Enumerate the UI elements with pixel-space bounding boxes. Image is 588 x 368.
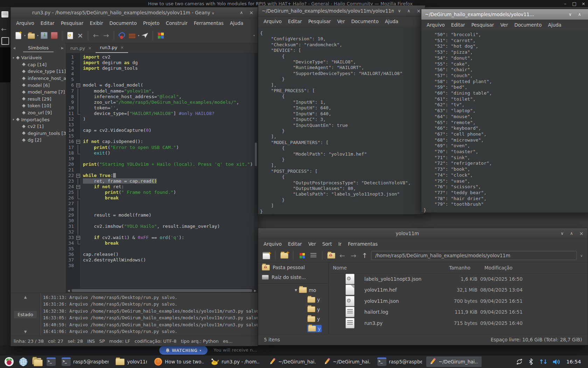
taskbar-window-button[interactable]: ~/DeGirum_hai.. [426, 356, 482, 367]
firefox-maximize-button[interactable]: □ [570, 1, 579, 6]
menu-documento[interactable]: Documento [511, 21, 545, 29]
new-tab-button[interactable] [280, 250, 289, 261]
icon-view-button[interactable] [298, 250, 307, 261]
tree-item-folder[interactable]: y [258, 314, 328, 324]
save-all-button[interactable] [50, 30, 59, 41]
expander-icon[interactable]: ▾ [13, 118, 14, 121]
menu-arquivo[interactable]: Arquivo [260, 17, 285, 26]
maximize-button[interactable]: ∧ [570, 231, 573, 236]
menu-documento[interactable]: Documento [348, 17, 382, 26]
menu-ver[interactable]: Ver [497, 21, 511, 29]
menu-ajuda[interactable]: Ajuda [382, 17, 401, 26]
scroll-left-icon[interactable]: ◀ [66, 289, 71, 292]
tab-close-icon[interactable]: × [88, 46, 91, 50]
symbol-item[interactable]: model_name [7] [11, 89, 66, 96]
tree-item-folder[interactable]: y [258, 305, 328, 314]
symbol-item[interactable]: device_type [11] [11, 68, 66, 75]
shade-button[interactable]: ∨ [561, 231, 564, 236]
file-row-yolov11m.hef[interactable]: yolov11m.hef32,1 MiB08/04/2025 13:04 [329, 285, 588, 296]
applications-menu-button[interactable] [3, 356, 15, 367]
shade-button[interactable]: ∨ [569, 12, 572, 17]
menu-editar[interactable]: Editar [285, 240, 305, 248]
maximize-button[interactable]: ∧ [407, 8, 410, 13]
taskbar-window-button[interactable]: How to use two.. [151, 356, 206, 367]
shade-button[interactable]: ∨ [398, 8, 401, 13]
menu-construir[interactable]: Construir [163, 19, 191, 27]
back-button[interactable]: ← [338, 250, 347, 261]
menu-pesquisar[interactable]: Pesquisar [305, 17, 334, 26]
document-tab-run.py[interactable]: run.py× [66, 43, 96, 53]
file-row-yolov11m.json[interactable]: yolov11m.json700 bytes09/04/2025 16:51 [329, 295, 588, 307]
toolbar-overflow-button[interactable]: ▾ [253, 34, 255, 37]
nav-back-button[interactable]: ← [91, 30, 100, 41]
symbol-item[interactable]: inference_host_ad [11, 75, 66, 82]
menu-documento[interactable]: Documento [106, 19, 140, 27]
close-button[interactable]: × [416, 8, 421, 14]
menu-sort[interactable]: Sort [319, 240, 335, 248]
symbol-item[interactable]: cv2 [1] [11, 123, 66, 130]
menu-ir[interactable]: Ir [335, 240, 345, 248]
taskbar-window-button[interactable]: yolov11m [113, 356, 150, 367]
firefox-close-button[interactable]: × [579, 1, 588, 6]
path-bar[interactable]: /home/rasp5/DeGirum_hailo_examples/model… [371, 251, 577, 260]
file-list-header[interactable]: Nome Tamanho Modificação [329, 263, 588, 273]
symbol-item[interactable]: zoo_url [9] [11, 109, 66, 116]
tree-item-folder[interactable]: y [258, 295, 328, 305]
symbol-item[interactable]: result [29] [11, 96, 66, 103]
menu-editar[interactable]: Editar [285, 17, 305, 26]
menu-ajuda[interactable]: Ajuda [227, 19, 246, 27]
taskbar-window-button[interactable]: run3.py - /hom.. [208, 356, 265, 367]
column-name[interactable]: Nome [329, 265, 441, 271]
menu-projeto[interactable]: Projeto [140, 19, 163, 27]
color-chooser-button[interactable] [156, 30, 165, 41]
json-text-area[interactable]: { "ConfigVersion": 10, "Checksum": "rand… [258, 26, 425, 214]
maximize-button[interactable]: ∧ [578, 12, 581, 17]
list-view-button[interactable] [309, 250, 318, 261]
maximize-button[interactable]: ∧ [240, 10, 243, 15]
menu-pesquisar[interactable]: Pesquisar [58, 19, 87, 27]
compile-button[interactable] [117, 30, 126, 41]
firefox-minimize-button[interactable]: – [561, 1, 570, 6]
path-dropdown-icon[interactable]: ∨ [579, 254, 584, 258]
column-size[interactable]: Tamanho [441, 265, 482, 271]
menu-ferramentas[interactable]: Ferramentas [345, 240, 381, 248]
menu-arquivo[interactable]: Arquivo [13, 19, 37, 27]
fold-toggle-icon[interactable] [76, 236, 80, 240]
new-window-button[interactable] [262, 250, 271, 261]
fold-toggle-icon[interactable] [76, 140, 80, 144]
place-home[interactable]: Pasta pessoal [258, 263, 328, 272]
new-file-dropdown[interactable]: ▾ [24, 34, 26, 37]
symbol-item[interactable]: token [10] [11, 102, 66, 109]
tab-status[interactable]: Estado [14, 311, 36, 318]
tab-scroll-down-icon[interactable]: ▼ [24, 330, 27, 334]
forward-button[interactable]: → [349, 250, 358, 261]
file-row-hailort.log[interactable]: hailort.log111,9 KiB09/04/2025 16:51 [329, 307, 588, 318]
updates-icon[interactable] [516, 359, 523, 365]
menu-arquivo[interactable]: Arquivo [260, 240, 285, 248]
save-button[interactable] [40, 30, 49, 41]
menu-arquivo[interactable]: Arquivo [424, 21, 448, 29]
taskbar-window-button[interactable]: rasp5@raspber.. [59, 356, 111, 367]
column-modified[interactable]: Modificação [482, 265, 512, 271]
open-file-dropdown[interactable]: ▾ [37, 34, 38, 37]
new-file-button[interactable] [14, 30, 23, 41]
fold-toggle-icon[interactable] [76, 174, 80, 178]
close-document-button[interactable]: × [76, 30, 85, 41]
file-row-labels_yolo11nopt3.json[interactable]: labels_yolo11nopt3.json1,6 KiB09/04/2025… [329, 273, 588, 285]
menu-ferramentas[interactable]: Ferramentas [191, 19, 227, 27]
editor-horizontal-scrollbar[interactable]: ◀ ▶ [66, 288, 258, 293]
file-manager-launcher[interactable] [31, 356, 43, 367]
taskbar-window-button[interactable]: rasp5@raspber.. [374, 356, 425, 367]
clock[interactable]: 16:54 [566, 359, 581, 364]
menu-ver[interactable]: Ver [334, 17, 348, 26]
tree-item-models[interactable]: ▼ mo [258, 285, 328, 295]
file-row-run3.py[interactable]: run3.py715 bytes09/04/2025 16:40 [329, 318, 588, 329]
document-tab-run3.py[interactable]: run3.py× [96, 43, 128, 53]
tree-item-folder[interactable]: y [258, 324, 328, 334]
geany-titlebar[interactable]: run3.py - /home/rasp5/DeGirum_hailo_exam… [11, 7, 258, 18]
symbol-item[interactable]: model [6] [11, 82, 66, 89]
close-button[interactable]: × [579, 231, 583, 236]
taskbar-window-button[interactable]: ~/DeGirum_hai.. [321, 356, 373, 367]
place-filesystem-root[interactable]: Raíz do siste... [258, 272, 328, 282]
browser-launcher[interactable] [17, 356, 29, 367]
